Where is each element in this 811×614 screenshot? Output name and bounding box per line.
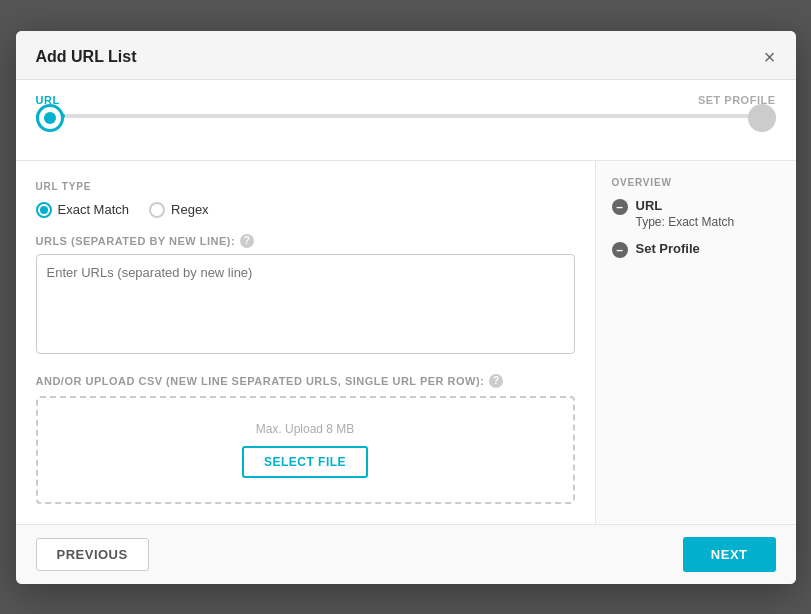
modal-footer: PREVIOUS NEXT — [16, 524, 796, 584]
next-button[interactable]: NEXT — [683, 537, 776, 572]
urls-help-icon[interactable]: ? — [240, 234, 254, 248]
progress-dots — [36, 104, 776, 132]
csv-label-text: AND/OR UPLOAD CSV (NEW LINE SEPARATED UR… — [36, 375, 485, 387]
exact-match-option[interactable]: Exact Match — [36, 202, 130, 218]
upload-max-text: Max. Upload 8 MB — [58, 422, 553, 436]
main-panel: URL TYPE Exact Match Regex URLS (SEPARAT… — [16, 161, 596, 524]
close-button[interactable]: × — [764, 47, 776, 67]
modal-header: Add URL List × — [16, 31, 796, 80]
overview-profile-text: Set Profile — [636, 241, 700, 256]
step1-dot-inner — [44, 112, 56, 124]
side-panel: OVERVIEW – URL Type: Exact Match – Set P… — [596, 161, 796, 524]
overview-profile-label: Set Profile — [636, 241, 700, 256]
regex-option[interactable]: Regex — [149, 202, 209, 218]
regex-radio[interactable] — [149, 202, 165, 218]
upload-zone: Max. Upload 8 MB SELECT FILE — [36, 396, 575, 504]
previous-button[interactable]: PREVIOUS — [36, 538, 149, 571]
regex-label: Regex — [171, 202, 209, 217]
csv-field-label: AND/OR UPLOAD CSV (NEW LINE SEPARATED UR… — [36, 374, 575, 388]
exact-match-dot — [40, 206, 48, 214]
exact-match-label: Exact Match — [58, 202, 130, 217]
modal-body: URL TYPE Exact Match Regex URLS (SEPARAT… — [16, 161, 796, 524]
urls-label-text: URLS (SEPARATED BY NEW LINE): — [36, 235, 236, 247]
select-file-button[interactable]: SELECT FILE — [242, 446, 368, 478]
overview-profile-item: – Set Profile — [612, 241, 780, 258]
modal-title: Add URL List — [36, 48, 137, 66]
overview-url-text: URL Type: Exact Match — [636, 198, 735, 229]
progress-section: URL SET PROFILE — [16, 80, 796, 161]
url-type-section-label: URL TYPE — [36, 181, 575, 192]
exact-match-radio[interactable] — [36, 202, 52, 218]
urls-textarea[interactable] — [36, 254, 575, 354]
url-type-row: Exact Match Regex — [36, 202, 575, 218]
overview-url-subtext: Type: Exact Match — [636, 215, 735, 229]
overview-url-item: – URL Type: Exact Match — [612, 198, 780, 229]
step1-dot — [36, 104, 64, 132]
add-url-list-modal: Add URL List × URL SET PROFILE URL TYPE — [16, 31, 796, 584]
csv-help-icon[interactable]: ? — [489, 374, 503, 388]
step2-dot — [748, 104, 776, 132]
overview-url-label: URL — [636, 198, 735, 213]
overview-url-icon: – — [612, 199, 628, 215]
overview-section-label: OVERVIEW — [612, 177, 780, 188]
overview-profile-icon: – — [612, 242, 628, 258]
urls-field-label: URLS (SEPARATED BY NEW LINE): ? — [36, 234, 575, 248]
